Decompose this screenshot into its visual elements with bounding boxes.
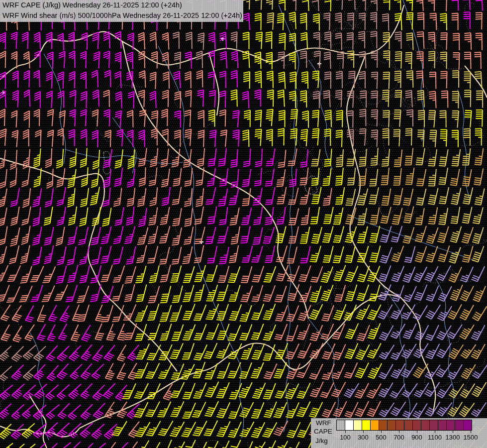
legend-swatch bbox=[336, 420, 345, 431]
title-line-1: WRF CAPE (J/kg) Wednesday 26-11-2025 12:… bbox=[0, 0, 243, 10]
legend-tick-label: 100 bbox=[335, 434, 355, 441]
legend-swatch bbox=[387, 420, 396, 431]
legend-swatch bbox=[455, 420, 464, 431]
legend-swatch bbox=[438, 420, 447, 431]
legend-swatch bbox=[379, 420, 388, 431]
legend-swatch bbox=[370, 420, 379, 431]
legend-tick-label: 1300 bbox=[443, 434, 463, 441]
legend-tick-label: 1100 bbox=[425, 434, 445, 441]
legend-swatch bbox=[345, 420, 354, 431]
legend-tick-label: 1500 bbox=[461, 434, 481, 441]
legend-tick-mark bbox=[345, 431, 346, 433]
legend-swatch bbox=[446, 420, 455, 431]
legend-tick-label: 700 bbox=[389, 434, 409, 441]
legend-tick-mark bbox=[453, 431, 453, 433]
legend-swatch bbox=[404, 420, 413, 431]
legend-tick-mark bbox=[471, 431, 471, 433]
title-box: WRF CAPE (J/kg) Wednesday 26-11-2025 12:… bbox=[0, 0, 243, 22]
legend-tick-mark bbox=[417, 431, 417, 433]
legend-colorbar bbox=[336, 420, 480, 431]
legend-swatch bbox=[463, 420, 472, 431]
legend-tick-mark bbox=[381, 431, 382, 433]
legend-tick-mark bbox=[399, 431, 399, 433]
legend-swatch bbox=[362, 420, 371, 431]
legend-label-model: WRF bbox=[316, 419, 331, 427]
weather-map-canvas bbox=[0, 0, 487, 448]
legend-swatch bbox=[429, 420, 438, 431]
legend-tick-label: 900 bbox=[407, 434, 427, 441]
legend-tick-mark bbox=[435, 431, 435, 433]
legend-swatch bbox=[412, 420, 421, 431]
legend-tick-label: 500 bbox=[371, 434, 391, 441]
title-line-2: WRF Wind shear (m/s) 500/1000hPa Wednesd… bbox=[0, 10, 243, 21]
legend: WRF CAPE J/kg 10030050070090011001300150… bbox=[311, 418, 487, 448]
legend-swatch bbox=[421, 420, 430, 431]
weather-map: WRF CAPE (J/kg) Wednesday 26-11-2025 12:… bbox=[0, 0, 487, 448]
legend-tick-mark bbox=[363, 431, 364, 433]
legend-label-unit: J/kg bbox=[315, 437, 328, 445]
legend-swatch bbox=[353, 420, 362, 431]
legend-label-variable: CAPE bbox=[314, 428, 332, 435]
legend-swatch bbox=[395, 420, 404, 431]
legend-tick-label: 300 bbox=[353, 434, 373, 441]
